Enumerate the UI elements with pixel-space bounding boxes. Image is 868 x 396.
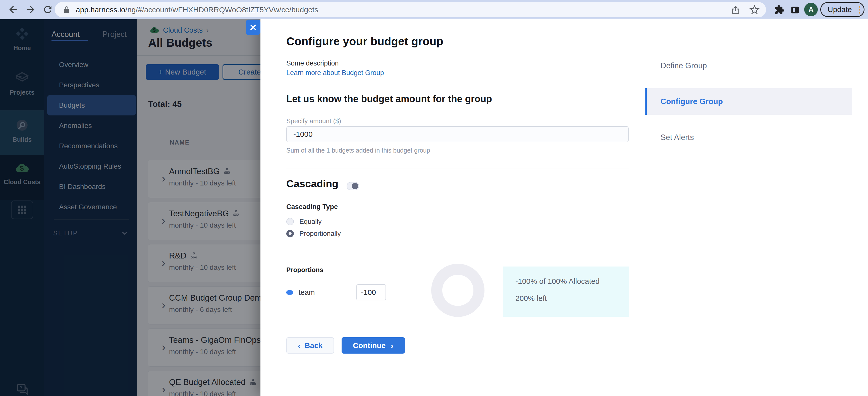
cascading-type-options: Equally Proportionally	[286, 216, 341, 240]
wizard-step[interactable]: Define Group	[645, 53, 868, 79]
left-text: 200% left	[516, 294, 547, 303]
amount-helper: Sum of all the 1 budgets added in this b…	[286, 147, 430, 154]
proportions-heading: Proportions	[286, 266, 323, 274]
radio-icon[interactable]	[286, 230, 294, 237]
wizard-step[interactable]: Configure Group	[645, 88, 852, 115]
browser-chrome: app.harness.io/ng/#/account/wFHXHD0RRQWo…	[0, 0, 868, 19]
proportion-name: team	[299, 288, 315, 297]
url-path: /ng/#/account/wFHXHD0RRQWoO8tIZT5YVw/ce/…	[125, 5, 318, 14]
amount-heading: Let us know the budget amount for the gr…	[286, 94, 492, 104]
wizard-step-label: Configure Group	[660, 97, 723, 106]
side-panel-icon[interactable]	[790, 5, 800, 15]
radio-icon[interactable]	[286, 218, 294, 225]
radio-label: Proportionally	[299, 230, 341, 238]
modal-backdrop[interactable]	[0, 19, 260, 396]
forward-icon[interactable]	[25, 4, 36, 15]
url-bar[interactable]: app.harness.io/ng/#/account/wFHXHD0RRQWo…	[55, 2, 766, 17]
cascading-type-label: Cascading Type	[286, 203, 338, 211]
cascading-toggle[interactable]	[347, 182, 359, 190]
extensions-icon[interactable]	[774, 4, 785, 15]
amount-label: Specify amount ($)	[286, 117, 341, 125]
share-icon[interactable]	[731, 5, 740, 14]
allocated-text: -100% of 100% Allocated	[516, 277, 599, 286]
toggle-knob	[352, 183, 358, 189]
back-button[interactable]: ‹ Back	[286, 337, 334, 354]
reload-icon[interactable]	[42, 4, 53, 15]
allocation-donut-chart	[431, 264, 485, 317]
proportion-value-input[interactable]	[356, 284, 386, 300]
radio-option[interactable]: Proportionally	[286, 228, 341, 240]
divider	[286, 168, 629, 168]
avatar[interactable]: A	[804, 3, 818, 16]
close-button[interactable]	[246, 20, 260, 35]
chevron-right-icon: ›	[391, 341, 393, 350]
wizard-steps: Define GroupConfigure GroupSet Alerts	[645, 19, 868, 151]
back-icon[interactable]	[7, 4, 19, 15]
proportion-row: team	[286, 284, 412, 300]
proportion-swatch	[286, 290, 293, 295]
lock-icon	[63, 6, 70, 13]
wizard-step[interactable]: Set Alerts	[645, 124, 868, 151]
continue-button[interactable]: Continue ›	[342, 337, 405, 354]
star-icon[interactable]	[749, 5, 760, 15]
update-label: Update	[828, 5, 852, 14]
amount-input[interactable]	[286, 126, 629, 142]
radio-label: Equally	[299, 218, 322, 226]
chevron-left-icon: ‹	[298, 341, 300, 350]
close-icon	[249, 24, 257, 31]
radio-option[interactable]: Equally	[286, 216, 341, 228]
url-text: app.harness.io/ng/#/account/wFHXHD0RRQWo…	[76, 5, 318, 14]
wizard-step-label: Define Group	[660, 61, 707, 70]
learn-more-link[interactable]: Learn more about Budget Group	[286, 69, 384, 77]
url-host: app.harness.io	[76, 5, 125, 14]
continue-label: Continue	[353, 341, 385, 350]
back-label: Back	[305, 341, 323, 350]
avatar-initial: A	[808, 5, 813, 13]
update-button[interactable]: Update ⋮	[820, 2, 865, 17]
modal-description: Some description	[286, 60, 339, 67]
wizard-step-label: Set Alerts	[660, 133, 694, 142]
configure-budget-group-modal: Configure your budget group Some descrip…	[260, 19, 868, 396]
modal-title: Configure your budget group	[286, 35, 443, 48]
cascading-heading: Cascading	[286, 178, 338, 190]
allocation-info-panel: -100% of 100% Allocated 200% left	[503, 266, 629, 317]
more-icon[interactable]: ⋮	[856, 5, 864, 14]
